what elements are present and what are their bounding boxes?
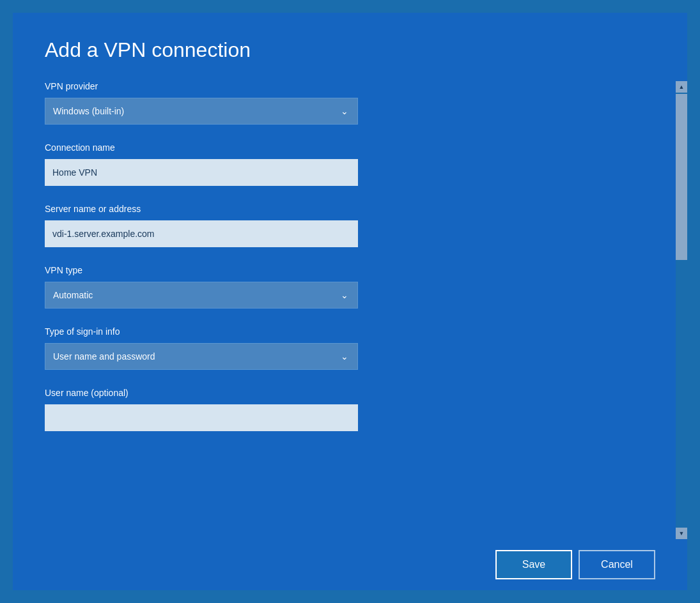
server-name-group: Server name or address xyxy=(45,204,644,247)
scrollbar-thumb[interactable] xyxy=(676,94,687,260)
sign-in-info-value: User name and password xyxy=(45,351,332,362)
server-name-input[interactable] xyxy=(45,220,358,247)
user-name-group: User name (optional) xyxy=(45,388,644,431)
vpn-type-chevron-icon: ⌄ xyxy=(332,282,357,308)
dialog-footer: Save Cancel xyxy=(13,539,687,590)
vpn-provider-chevron-icon: ⌄ xyxy=(332,98,357,124)
content-area: VPN provider Windows (built-in) ⌄ Connec… xyxy=(13,81,676,539)
vpn-type-label: VPN type xyxy=(45,265,644,275)
user-name-input[interactable] xyxy=(45,404,358,431)
vpn-provider-label: VPN provider xyxy=(45,81,644,91)
sign-in-info-select[interactable]: User name and password ⌄ xyxy=(45,343,358,370)
sign-in-info-label: Type of sign-in info xyxy=(45,326,644,337)
save-button[interactable]: Save xyxy=(495,550,572,579)
vpn-provider-value: Windows (built-in) xyxy=(45,106,332,116)
cancel-button[interactable]: Cancel xyxy=(579,550,655,579)
scrollbar-down-button[interactable] xyxy=(676,528,687,539)
connection-name-label: Connection name xyxy=(45,142,644,153)
vpn-type-value: Automatic xyxy=(45,290,332,300)
vpn-type-select[interactable]: Automatic ⌄ xyxy=(45,282,358,309)
sign-in-info-chevron-icon: ⌄ xyxy=(332,344,357,369)
vpn-dialog: Add a VPN connection VPN provider Window… xyxy=(13,13,687,590)
scroll-area: VPN provider Windows (built-in) ⌄ Connec… xyxy=(13,81,687,539)
user-name-label: User name (optional) xyxy=(45,388,644,398)
scrollbar-up-button[interactable] xyxy=(676,81,687,93)
vpn-type-group: VPN type Automatic ⌄ xyxy=(45,265,644,309)
connection-name-group: Connection name xyxy=(45,142,644,186)
dialog-title: Add a VPN connection xyxy=(13,38,687,62)
save-button-wrapper: Save xyxy=(495,550,572,579)
server-name-label: Server name or address xyxy=(45,204,644,214)
vpn-provider-select[interactable]: Windows (built-in) ⌄ xyxy=(45,98,358,125)
vpn-provider-group: VPN provider Windows (built-in) ⌄ xyxy=(45,81,644,125)
scrollbar xyxy=(676,81,687,539)
connection-name-input[interactable] xyxy=(45,159,358,186)
sign-in-info-group: Type of sign-in info User name and passw… xyxy=(45,326,644,370)
